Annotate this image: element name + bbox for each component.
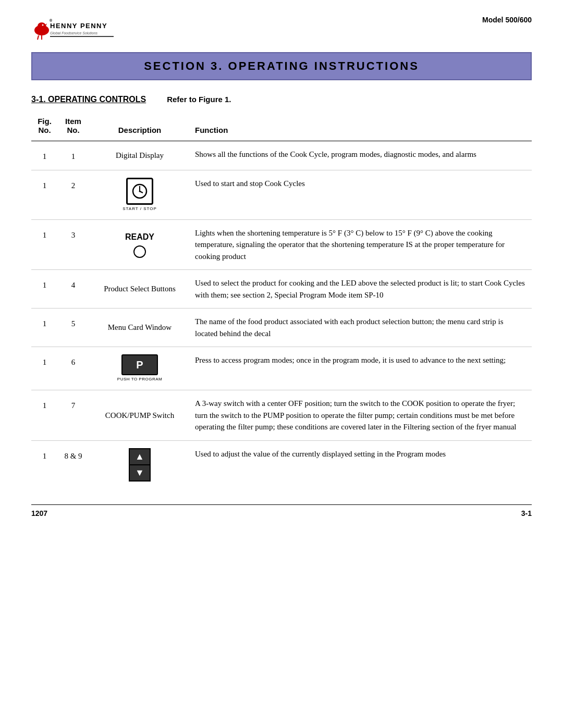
description-cell: READY	[89, 219, 193, 270]
up-down-arrows-icon: ▲ ▼	[129, 448, 151, 482]
table-row: 16 P PUSH TO PROGRAM Press to access pro…	[31, 347, 532, 390]
ready-indicator-icon: READY	[91, 231, 189, 258]
description-cell: COOK/PUMP Switch	[89, 390, 193, 441]
fig-no: 1	[31, 219, 60, 270]
description-cell: ▲ ▼	[89, 440, 193, 489]
table-row: 14Product Select ButtonsUsed to select t…	[31, 270, 532, 309]
svg-point-1	[38, 22, 46, 30]
henny-penny-logo: HENNY PENNY ® Global Foodservice Solutio…	[31, 16, 115, 42]
description-cell: Digital Display	[89, 141, 193, 170]
item-no: 2	[60, 170, 89, 219]
start-stop-icon	[126, 178, 153, 205]
table-row: 12 START / STOP Used to start and stop C…	[31, 170, 532, 219]
col-header-desc: Description	[89, 115, 193, 141]
item-no: 8 & 9	[60, 440, 89, 489]
function-cell: A 3-way switch with a center OFF positio…	[193, 390, 532, 441]
item-no: 7	[60, 390, 89, 441]
down-arrow-button: ▼	[129, 465, 151, 482]
item-no: 6	[60, 347, 89, 390]
table-row: 15Menu Card WindowThe name of the food p…	[31, 309, 532, 347]
item-no: 1	[60, 141, 89, 170]
fig-no: 1	[31, 309, 60, 347]
footer-page-number-left: 1207	[31, 509, 47, 517]
logo-area: HENNY PENNY ® Global Foodservice Solutio…	[31, 16, 115, 42]
page-header: HENNY PENNY ® Global Foodservice Solutio…	[31, 16, 532, 42]
ready-text: READY	[125, 231, 154, 243]
controls-table: Fig. No. Item No. Description Function 1…	[31, 115, 532, 489]
fig-no: 1	[31, 270, 60, 309]
function-cell: Shows all the functions of the Cook Cycl…	[193, 141, 532, 170]
svg-point-3	[42, 24, 44, 26]
description-text: Product Select Buttons	[104, 285, 176, 293]
item-no: 3	[60, 219, 89, 270]
svg-text:HENNY PENNY: HENNY PENNY	[50, 22, 107, 30]
item-no: 5	[60, 309, 89, 347]
fig-no: 1	[31, 141, 60, 170]
page-container: HENNY PENNY ® Global Foodservice Solutio…	[0, 0, 563, 728]
description-cell: Menu Card Window	[89, 309, 193, 347]
col-header-fig: Fig. No.	[31, 115, 60, 141]
table-row: 17COOK/PUMP SwitchA 3-way switch with a …	[31, 390, 532, 441]
refer-figure: Refer to Figure 1.	[167, 95, 231, 104]
function-cell: The name of the food product associated …	[193, 309, 532, 347]
col-header-func: Function	[193, 115, 532, 141]
fig-no: 1	[31, 390, 60, 441]
program-button-box: P	[121, 354, 158, 375]
function-cell: Used to adjust the value of the currentl…	[193, 440, 532, 489]
description-text: Digital Display	[116, 151, 164, 159]
page-footer: 1207 3-1	[31, 504, 532, 517]
function-cell: Used to select the product for cooking a…	[193, 270, 532, 309]
svg-text:Global Foodservice Solutions: Global Foodservice Solutions	[50, 31, 98, 35]
fig-no: 1	[31, 347, 60, 390]
table-row: 18 & 9 ▲ ▼ Used to adjust the value of t…	[31, 440, 532, 489]
up-arrow-button: ▲	[129, 448, 151, 465]
section-header-row: 3-1. OPERATING CONTROLS Refer to Figure …	[31, 95, 532, 104]
description-cell: START / STOP	[89, 170, 193, 219]
up-arrow-icon: ▲	[135, 450, 144, 464]
function-cell: Press to access program modes; once in t…	[193, 347, 532, 390]
svg-text:®: ®	[50, 19, 53, 22]
description-text: COOK/PUMP Switch	[105, 411, 174, 419]
description-cell: P PUSH TO PROGRAM	[89, 347, 193, 390]
fig-no: 1	[31, 170, 60, 219]
operating-controls-title: 3-1. OPERATING CONTROLS	[31, 95, 146, 104]
down-arrow-icon: ▼	[135, 466, 144, 480]
function-cell: Used to start and stop Cook Cycles	[193, 170, 532, 219]
model-number: Model 500/600	[482, 16, 532, 24]
svg-line-4	[38, 35, 39, 40]
section-title: SECTION 3. OPERATING INSTRUCTIONS	[144, 59, 419, 72]
table-header-row: Fig. No. Item No. Description Function	[31, 115, 532, 141]
clock-icon	[131, 182, 149, 200]
description-text: Menu Card Window	[108, 323, 172, 331]
table-row: 11Digital DisplayShows all the functions…	[31, 141, 532, 170]
push-to-program-icon: P PUSH TO PROGRAM	[117, 354, 162, 382]
start-stop-button-icon: START / STOP	[123, 178, 157, 212]
svg-point-13	[139, 190, 141, 192]
table-row: 13 READY Lights when the shortening temp…	[31, 219, 532, 270]
ready-circle	[133, 245, 146, 258]
function-cell: Lights when the shortening temperature i…	[193, 219, 532, 270]
col-header-item: Item No.	[60, 115, 89, 141]
program-p-label: P	[136, 357, 143, 373]
start-stop-label: START / STOP	[123, 206, 157, 212]
push-to-program-label: PUSH TO PROGRAM	[117, 376, 162, 382]
section-title-bar: SECTION 3. OPERATING INSTRUCTIONS	[31, 52, 532, 80]
item-no: 4	[60, 270, 89, 309]
fig-no: 1	[31, 440, 60, 489]
description-cell: Product Select Buttons	[89, 270, 193, 309]
footer-page-number-right: 3-1	[521, 509, 532, 517]
